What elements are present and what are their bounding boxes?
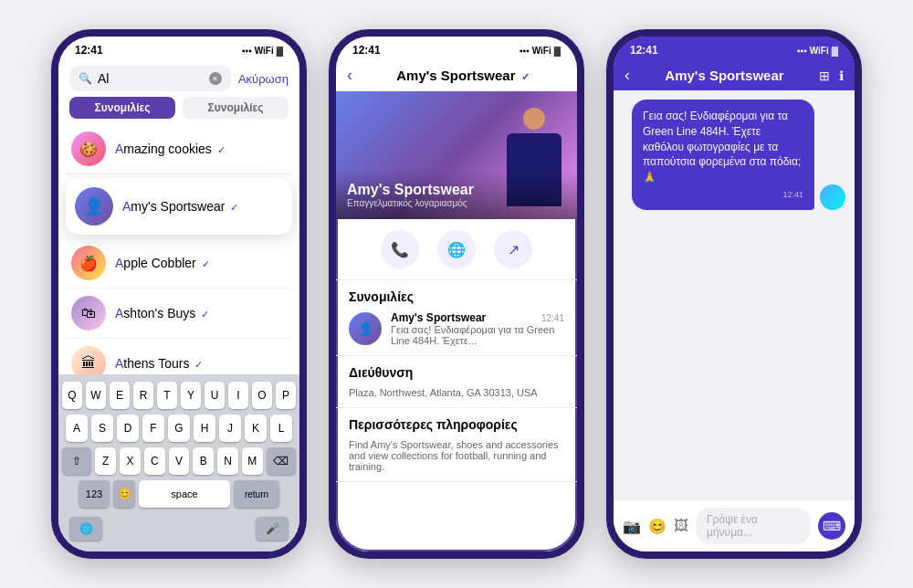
key-v[interactable]: V: [169, 447, 190, 475]
chat-input-bar: 📷 😊 🖼 Γράψε ένα μήνυμα... ⌨: [614, 499, 855, 551]
key-backspace[interactable]: ⌫: [267, 447, 296, 475]
tab-conversations-active[interactable]: Συνομιλίες: [69, 97, 175, 119]
key-space[interactable]: space: [139, 480, 230, 508]
phone-chat: 12:41 ▪▪▪ WiFi ▓ ‹ Amy's Sportswear ⊞ ℹ …: [606, 29, 862, 559]
more-info-text: Find Amy's Sportswear, shoes and accesso…: [349, 439, 564, 472]
message-bubble: Γεια σας! Ενδιαφέρομαι για τα Green Line…: [632, 100, 814, 210]
verified-icon-athens: ✓: [194, 359, 203, 371]
key-o[interactable]: O: [252, 382, 272, 409]
profile-hero-image: Amy's Sportswear Επαγγελματικός λογαριασ…: [336, 91, 577, 219]
contact-amys-sportswear[interactable]: 👤 Amy's Sportswear ✓: [66, 178, 292, 235]
back-button-2[interactable]: ‹: [347, 66, 352, 85]
key-return[interactable]: return: [234, 480, 279, 508]
phone-profile: 12:41 ▪▪▪ WiFi ▓ ‹ Amy's Sportswear ✓ Am…: [329, 29, 584, 559]
message-row: Γεια σας! Ενδιαφέρομαι για τα Green Line…: [623, 100, 845, 210]
contact-apple-cobbler[interactable]: 🍎 Apple Cobbler ✓: [66, 238, 292, 289]
key-emoji[interactable]: 😊: [113, 480, 135, 508]
key-b[interactable]: B: [193, 447, 214, 475]
contact-list: 🍪 Amazing cookies ✓ 👤 Amy's Sportswear ✓…: [58, 124, 299, 374]
status-icons-3: ▪▪▪ WiFi ▓: [797, 46, 838, 56]
key-u[interactable]: U: [205, 382, 225, 409]
tab-conversations-inactive[interactable]: Συνομιλίες: [183, 97, 289, 119]
key-z[interactable]: Z: [95, 447, 116, 475]
key-h[interactable]: H: [194, 415, 215, 442]
call-button[interactable]: 📞: [381, 230, 419, 268]
key-l[interactable]: L: [270, 415, 292, 442]
search-screen: 🔍 Al ✕ Ακύρωση Συνομιλίες Συνομιλίες 🍪 A…: [58, 60, 299, 551]
key-t[interactable]: T: [157, 382, 177, 409]
time-1: 12:41: [75, 44, 103, 57]
more-info-section: Περισσότερες πληροφορίες Find Amy's Spor…: [336, 408, 577, 482]
conversation-preview[interactable]: 👤 Amy's Sportswear 12:41 Γεια σας! Ενδια…: [349, 311, 564, 346]
keyboard-row-1: Q W E R T Y U I O P: [62, 382, 296, 409]
key-m[interactable]: M: [242, 447, 263, 475]
phone-search: 12:41 ▪▪▪ WiFi ▓ 🔍 Al ✕ Ακύρωση Συνομιλί…: [51, 29, 307, 559]
keyboard-row-4: 123 😊 space return: [62, 480, 296, 508]
key-j[interactable]: J: [219, 415, 241, 442]
key-c[interactable]: C: [144, 447, 165, 475]
conv-msg: Γεια σας! Ενδιαφέρομαι για τα Green Line…: [391, 324, 564, 346]
clear-search-button[interactable]: ✕: [209, 72, 222, 85]
search-query[interactable]: Al: [98, 71, 109, 86]
contact-amazing-cookies[interactable]: 🍪 Amazing cookies ✓: [66, 124, 292, 174]
key-y[interactable]: Y: [181, 382, 201, 409]
search-input-wrap[interactable]: 🔍 Al ✕: [69, 66, 231, 91]
key-d[interactable]: D: [117, 415, 139, 442]
chat-placeholder: Γράψε ένα μήνυμα...: [707, 513, 758, 539]
key-e[interactable]: E: [110, 382, 130, 409]
verified-icon-amazing: ✓: [217, 144, 226, 156]
cancel-button[interactable]: Ακύρωση: [238, 72, 289, 86]
share-button[interactable]: ↗: [494, 230, 532, 268]
key-globe[interactable]: 🌐: [69, 517, 102, 541]
contact-athens-tours[interactable]: 🏛 Athens Tours ✓: [66, 339, 292, 374]
info-icon[interactable]: ℹ: [839, 68, 844, 83]
hero-business-type: Επαγγελματικός λογαριασμός: [347, 198, 566, 208]
key-w[interactable]: W: [86, 382, 106, 409]
address-text: Plaza, Northwest, Atlanta, GA 30313, USA: [349, 387, 564, 398]
key-x[interactable]: X: [120, 447, 141, 475]
key-g[interactable]: G: [168, 415, 190, 442]
signal-icon-3: ▪▪▪: [797, 46, 807, 56]
message-text: Γεια σας! Ενδιαφέρομαι για τα Green Line…: [643, 110, 801, 184]
chat-text-input[interactable]: Γράψε ένα μήνυμα...: [696, 508, 811, 544]
verified-icon-header: ✓: [521, 71, 530, 83]
key-numbers[interactable]: 123: [79, 480, 110, 508]
grid-icon[interactable]: ⊞: [819, 68, 830, 83]
key-a[interactable]: A: [66, 415, 88, 442]
key-i[interactable]: I: [228, 382, 248, 409]
signal-icon-2: ▪▪▪: [519, 46, 530, 56]
key-f[interactable]: F: [142, 415, 164, 442]
wifi-icon-3: WiFi: [810, 46, 829, 56]
key-q[interactable]: Q: [62, 382, 82, 409]
conversations-section: Συνομιλίες 👤 Amy's Sportswear 12:41 Γεια…: [336, 280, 577, 356]
camera-icon[interactable]: 📷: [623, 518, 641, 535]
key-s[interactable]: S: [91, 415, 113, 442]
avatar-ashtons-buys: 🛍: [71, 296, 106, 331]
image-icon[interactable]: 🖼: [674, 518, 688, 535]
key-r[interactable]: R: [133, 382, 153, 409]
key-p[interactable]: P: [276, 382, 296, 409]
tabs-row: Συνομιλίες Συνομιλίες: [58, 97, 299, 124]
status-icons-1: ▪▪▪ WiFi ▓: [242, 46, 283, 56]
sticker-icon[interactable]: 😊: [648, 518, 666, 535]
conversations-section-title: Συνομιλίες: [349, 289, 564, 304]
key-microphone[interactable]: 🎤: [256, 517, 289, 541]
conv-name: Amy's Sportswear: [391, 311, 486, 324]
status-icons-2: ▪▪▪ WiFi ▓: [519, 46, 561, 56]
key-n[interactable]: N: [217, 447, 238, 475]
key-shift[interactable]: ⇧: [62, 447, 91, 475]
send-button[interactable]: ⌨: [818, 512, 845, 540]
contact-name-amazing-cookies: Amazing cookies ✓: [115, 142, 226, 156]
avatar-amys-sportswear: 👤: [75, 187, 113, 226]
back-button-3[interactable]: ‹: [624, 66, 630, 85]
verified-icon-amys: ✓: [230, 202, 238, 214]
contact-ashtons-buys[interactable]: 🛍 Ashton's Buys ✓: [66, 289, 292, 339]
web-button[interactable]: 🌐: [437, 230, 476, 268]
keyboard-row-3: ⇧ Z X C V B N M ⌫: [62, 447, 296, 475]
time-2: 12:41: [352, 44, 381, 57]
conv-text: Amy's Sportswear 12:41 Γεια σας! Ενδιαφέ…: [391, 311, 564, 346]
profile-nav-header: ‹ Amy's Sportswear ✓: [336, 60, 577, 91]
key-k[interactable]: K: [245, 415, 267, 442]
status-bar-3: 12:41 ▪▪▪ WiFi ▓: [614, 37, 855, 60]
wifi-icon: WiFi: [255, 46, 274, 56]
